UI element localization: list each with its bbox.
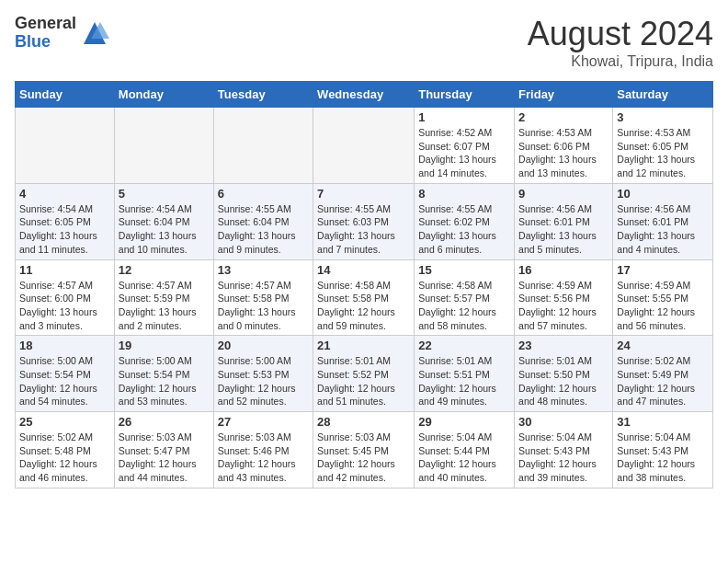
day-info: Sunrise: 5:04 AM Sunset: 5:44 PM Dayligh… xyxy=(418,431,510,485)
day-number: 6 xyxy=(218,187,309,201)
calendar-cell: 1Sunrise: 4:52 AM Sunset: 6:07 PM Daylig… xyxy=(415,108,515,184)
calendar-cell: 21Sunrise: 5:01 AM Sunset: 5:52 PM Dayli… xyxy=(313,336,415,412)
day-info: Sunrise: 4:57 AM Sunset: 5:59 PM Dayligh… xyxy=(119,279,210,333)
day-info: Sunrise: 4:54 AM Sunset: 6:04 PM Dayligh… xyxy=(119,202,210,257)
day-info: Sunrise: 4:58 AM Sunset: 5:57 PM Dayligh… xyxy=(418,279,510,333)
calendar-cell: 24Sunrise: 5:02 AM Sunset: 5:49 PM Dayli… xyxy=(613,336,713,412)
day-number: 21 xyxy=(317,339,410,352)
logo: General Blue xyxy=(15,15,109,52)
day-number: 29 xyxy=(418,415,510,429)
day-number: 17 xyxy=(617,263,709,277)
calendar-cell: 25Sunrise: 5:02 AM Sunset: 5:48 PM Dayli… xyxy=(16,412,115,488)
day-number: 5 xyxy=(119,187,210,201)
calendar-cell: 22Sunrise: 5:01 AM Sunset: 5:51 PM Dayli… xyxy=(415,336,515,412)
weekday-header-friday: Friday xyxy=(515,82,613,108)
calendar-cell: 15Sunrise: 4:58 AM Sunset: 5:57 PM Dayli… xyxy=(415,259,515,336)
week-row-5: 25Sunrise: 5:02 AM Sunset: 5:48 PM Dayli… xyxy=(16,412,713,488)
calendar-cell: 14Sunrise: 4:58 AM Sunset: 5:58 PM Dayli… xyxy=(313,259,415,336)
calendar-cell: 16Sunrise: 4:59 AM Sunset: 5:56 PM Dayli… xyxy=(515,259,613,336)
month-title: August 2024 xyxy=(528,15,713,53)
day-number: 4 xyxy=(19,187,110,201)
day-number: 26 xyxy=(119,415,210,429)
day-info: Sunrise: 4:57 AM Sunset: 5:58 PM Dayligh… xyxy=(218,279,309,333)
day-info: Sunrise: 5:01 AM Sunset: 5:50 PM Dayligh… xyxy=(518,354,609,408)
day-info: Sunrise: 4:59 AM Sunset: 5:55 PM Dayligh… xyxy=(617,279,709,333)
day-number: 23 xyxy=(518,339,609,352)
calendar-cell: 19Sunrise: 5:00 AM Sunset: 5:54 PM Dayli… xyxy=(114,336,213,412)
calendar-cell: 18Sunrise: 5:00 AM Sunset: 5:54 PM Dayli… xyxy=(16,336,115,412)
calendar-cell: 8Sunrise: 4:55 AM Sunset: 6:02 PM Daylig… xyxy=(415,183,515,259)
day-info: Sunrise: 5:01 AM Sunset: 5:51 PM Dayligh… xyxy=(418,354,510,408)
day-number: 18 xyxy=(19,339,110,352)
day-info: Sunrise: 5:00 AM Sunset: 5:54 PM Dayligh… xyxy=(119,354,210,408)
week-row-1: 1Sunrise: 4:52 AM Sunset: 6:07 PM Daylig… xyxy=(16,108,713,184)
day-info: Sunrise: 5:02 AM Sunset: 5:49 PM Dayligh… xyxy=(617,354,709,408)
calendar-cell: 5Sunrise: 4:54 AM Sunset: 6:04 PM Daylig… xyxy=(114,183,213,259)
day-info: Sunrise: 5:02 AM Sunset: 5:48 PM Dayligh… xyxy=(19,431,110,485)
calendar-cell: 17Sunrise: 4:59 AM Sunset: 5:55 PM Dayli… xyxy=(613,259,713,336)
logo-general: General xyxy=(15,15,76,33)
calendar-cell: 9Sunrise: 4:56 AM Sunset: 6:01 PM Daylig… xyxy=(515,183,613,259)
day-info: Sunrise: 4:52 AM Sunset: 6:07 PM Dayligh… xyxy=(418,126,510,180)
day-info: Sunrise: 4:55 AM Sunset: 6:04 PM Dayligh… xyxy=(218,202,309,257)
day-info: Sunrise: 4:59 AM Sunset: 5:56 PM Dayligh… xyxy=(518,279,609,333)
calendar-cell: 3Sunrise: 4:53 AM Sunset: 6:05 PM Daylig… xyxy=(613,108,713,184)
weekday-header-thursday: Thursday xyxy=(415,82,515,108)
day-number: 16 xyxy=(518,263,609,277)
day-info: Sunrise: 4:58 AM Sunset: 5:58 PM Dayligh… xyxy=(317,279,410,333)
calendar-cell: 10Sunrise: 4:56 AM Sunset: 6:01 PM Dayli… xyxy=(613,183,713,259)
logo-blue: Blue xyxy=(15,33,76,52)
calendar-cell xyxy=(313,108,415,184)
day-info: Sunrise: 5:00 AM Sunset: 5:53 PM Dayligh… xyxy=(218,354,309,408)
day-info: Sunrise: 4:53 AM Sunset: 6:05 PM Dayligh… xyxy=(617,126,709,180)
weekday-header-row: SundayMondayTuesdayWednesdayThursdayFrid… xyxy=(16,82,713,108)
day-number: 14 xyxy=(317,263,410,277)
calendar-cell: 23Sunrise: 5:01 AM Sunset: 5:50 PM Dayli… xyxy=(515,336,613,412)
calendar-cell: 29Sunrise: 5:04 AM Sunset: 5:44 PM Dayli… xyxy=(415,412,515,488)
calendar-cell xyxy=(114,108,213,184)
day-number: 11 xyxy=(19,263,110,277)
day-number: 8 xyxy=(418,187,510,201)
day-number: 27 xyxy=(218,415,309,429)
day-info: Sunrise: 5:01 AM Sunset: 5:52 PM Dayligh… xyxy=(317,354,410,408)
day-info: Sunrise: 4:57 AM Sunset: 6:00 PM Dayligh… xyxy=(19,279,110,333)
calendar-cell: 13Sunrise: 4:57 AM Sunset: 5:58 PM Dayli… xyxy=(213,259,313,336)
day-number: 30 xyxy=(518,415,609,429)
day-number: 13 xyxy=(218,263,309,277)
calendar-cell: 20Sunrise: 5:00 AM Sunset: 5:53 PM Dayli… xyxy=(213,336,313,412)
day-number: 20 xyxy=(218,339,309,352)
weekday-header-saturday: Saturday xyxy=(613,82,713,108)
calendar-cell: 2Sunrise: 4:53 AM Sunset: 6:06 PM Daylig… xyxy=(515,108,613,184)
day-number: 15 xyxy=(418,263,510,277)
calendar-cell: 7Sunrise: 4:55 AM Sunset: 6:03 PM Daylig… xyxy=(313,183,415,259)
day-number: 19 xyxy=(119,339,210,352)
calendar-table: SundayMondayTuesdayWednesdayThursdayFrid… xyxy=(15,81,713,488)
logo-icon xyxy=(80,18,109,48)
calendar-cell: 26Sunrise: 5:03 AM Sunset: 5:47 PM Dayli… xyxy=(114,412,213,488)
calendar-cell: 12Sunrise: 4:57 AM Sunset: 5:59 PM Dayli… xyxy=(114,259,213,336)
day-info: Sunrise: 5:04 AM Sunset: 5:43 PM Dayligh… xyxy=(617,431,709,485)
day-info: Sunrise: 4:55 AM Sunset: 6:03 PM Dayligh… xyxy=(317,202,410,257)
day-info: Sunrise: 5:03 AM Sunset: 5:47 PM Dayligh… xyxy=(119,431,210,485)
calendar-cell: 6Sunrise: 4:55 AM Sunset: 6:04 PM Daylig… xyxy=(213,183,313,259)
day-number: 10 xyxy=(617,187,709,201)
day-number: 25 xyxy=(19,415,110,429)
day-number: 24 xyxy=(617,339,709,352)
calendar-cell: 31Sunrise: 5:04 AM Sunset: 5:43 PM Dayli… xyxy=(613,412,713,488)
calendar-cell: 4Sunrise: 4:54 AM Sunset: 6:05 PM Daylig… xyxy=(16,183,115,259)
day-number: 28 xyxy=(317,415,410,429)
day-info: Sunrise: 5:03 AM Sunset: 5:46 PM Dayligh… xyxy=(218,431,309,485)
day-info: Sunrise: 4:56 AM Sunset: 6:01 PM Dayligh… xyxy=(518,202,609,257)
day-number: 9 xyxy=(518,187,609,201)
day-number: 12 xyxy=(119,263,210,277)
day-info: Sunrise: 4:53 AM Sunset: 6:06 PM Dayligh… xyxy=(518,126,609,180)
day-info: Sunrise: 5:04 AM Sunset: 5:43 PM Dayligh… xyxy=(518,431,609,485)
week-row-2: 4Sunrise: 4:54 AM Sunset: 6:05 PM Daylig… xyxy=(16,183,713,259)
calendar-cell: 28Sunrise: 5:03 AM Sunset: 5:45 PM Dayli… xyxy=(313,412,415,488)
weekday-header-tuesday: Tuesday xyxy=(213,82,313,108)
day-number: 7 xyxy=(317,187,410,201)
day-info: Sunrise: 4:55 AM Sunset: 6:02 PM Dayligh… xyxy=(418,202,510,257)
week-row-3: 11Sunrise: 4:57 AM Sunset: 6:00 PM Dayli… xyxy=(16,259,713,336)
day-number: 31 xyxy=(617,415,709,429)
calendar-cell: 11Sunrise: 4:57 AM Sunset: 6:00 PM Dayli… xyxy=(16,259,115,336)
